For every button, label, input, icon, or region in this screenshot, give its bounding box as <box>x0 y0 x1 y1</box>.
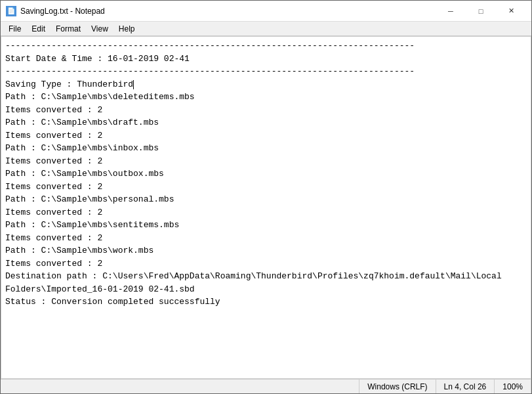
status-position: Ln 4, Col 26 <box>436 380 495 393</box>
window-controls: ─ □ ✕ <box>436 1 526 22</box>
menu-item-view[interactable]: View <box>86 22 113 36</box>
title-bar: 📄 SavingLog.txt - Notepad ─ □ ✕ <box>1 1 531 22</box>
window-title: SavingLog.txt - Notepad <box>20 7 105 16</box>
notepad-window: 📄 SavingLog.txt - Notepad ─ □ ✕ File Edi… <box>0 0 532 394</box>
text-editor[interactable]: ----------------------------------------… <box>1 36 531 379</box>
status-bar: Windows (CRLF) Ln 4, Col 26 100% <box>1 379 531 393</box>
status-empty <box>1 380 359 393</box>
close-button[interactable]: ✕ <box>496 1 526 22</box>
status-line-ending: Windows (CRLF) <box>359 380 436 393</box>
status-zoom: 100% <box>495 380 531 393</box>
app-icon: 📄 <box>6 6 16 16</box>
minimize-button[interactable]: ─ <box>436 1 466 22</box>
menu-item-format[interactable]: Format <box>51 22 86 36</box>
text-cursor <box>133 80 134 89</box>
title-bar-left: 📄 SavingLog.txt - Notepad <box>6 6 105 16</box>
maximize-button[interactable]: □ <box>466 1 496 22</box>
menu-bar: File Edit Format View Help <box>1 22 531 36</box>
menu-item-help[interactable]: Help <box>113 22 140 36</box>
menu-item-file[interactable]: File <box>3 22 26 36</box>
menu-item-edit[interactable]: Edit <box>26 22 51 36</box>
